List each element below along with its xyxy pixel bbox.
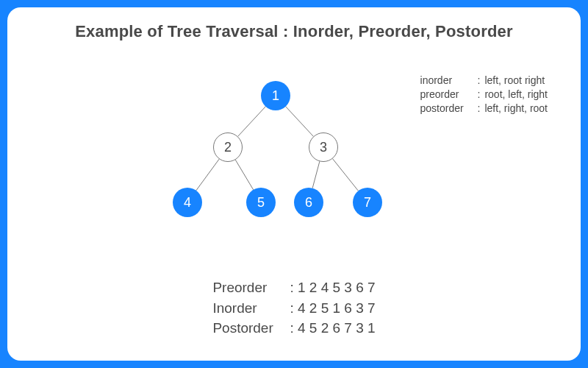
legend-postorder: postorder : left, right, root — [420, 102, 548, 116]
results-colon: : — [290, 298, 298, 319]
legend-inorder-label: inorder — [420, 74, 478, 88]
result-postorder-label: Postorder — [212, 318, 290, 339]
result-postorder-sequence: 4 5 2 6 7 3 1 — [298, 318, 376, 339]
tree-edge — [238, 107, 266, 137]
result-inorder-sequence: 4 2 5 1 6 3 7 — [298, 298, 376, 319]
traversal-results: Preorder : 1 2 4 5 3 6 7 Inorder : 4 2 5… — [212, 277, 375, 339]
legend-inorder: inorder : left, root right — [420, 74, 548, 88]
tree-node-5: 5 — [246, 188, 276, 217]
result-inorder-label: Inorder — [212, 298, 290, 319]
tree-node-2: 2 — [213, 132, 243, 162]
legend-colon: : — [478, 74, 481, 88]
result-postorder: Postorder : 4 5 2 6 7 3 1 — [212, 318, 375, 339]
tree-diagram: 1234567 — [151, 74, 393, 236]
legend-postorder-desc: left, right, root — [484, 102, 548, 116]
result-preorder: Preorder : 1 2 4 5 3 6 7 — [212, 277, 375, 298]
legend-colon: : — [478, 88, 481, 102]
legend-inorder-desc: left, root right — [484, 74, 545, 88]
tree-edge — [332, 159, 358, 191]
traversal-legend: inorder : left, root right preorder : ro… — [420, 74, 548, 116]
tree-node-1: 1 — [261, 81, 290, 110]
legend-postorder-label: postorder — [420, 102, 478, 116]
tree-edge — [235, 160, 253, 190]
results-colon: : — [290, 277, 298, 298]
result-inorder: Inorder : 4 2 5 1 6 3 7 — [212, 298, 375, 319]
tree-node-7: 7 — [353, 188, 382, 217]
result-preorder-sequence: 1 2 4 5 3 6 7 — [298, 277, 376, 298]
tree-node-4: 4 — [173, 188, 202, 217]
results-colon: : — [290, 318, 298, 339]
result-preorder-label: Preorder — [212, 277, 290, 298]
tree-edge — [196, 159, 219, 191]
tree-node-6: 6 — [294, 188, 323, 217]
legend-preorder-label: preorder — [420, 88, 478, 102]
diagram-card: Example of Tree Traversal : Inorder, Pre… — [7, 7, 581, 361]
legend-preorder: preorder : root, left, right — [420, 88, 548, 102]
tree-node-3: 3 — [309, 132, 338, 162]
tree-edge — [286, 107, 314, 137]
legend-colon: : — [478, 102, 481, 116]
diagram-title: Example of Tree Traversal : Inorder, Pre… — [29, 22, 559, 41]
tree-edge — [312, 161, 320, 188]
legend-preorder-desc: root, left, right — [484, 88, 548, 102]
